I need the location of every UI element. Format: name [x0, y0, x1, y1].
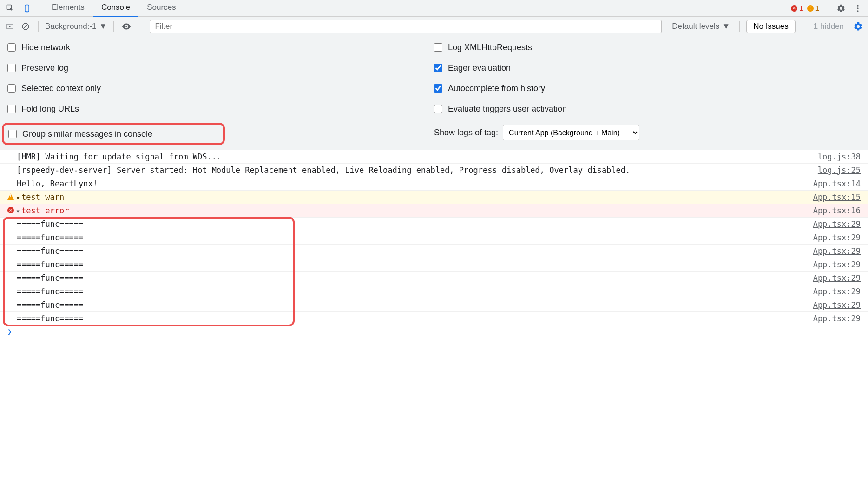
svg-marker-7 — [9, 25, 11, 27]
console-log-area: [HMR] Waiting for update signal from WDS… — [0, 150, 868, 338]
separator — [739, 21, 740, 32]
log-row-log: =====func=====App.tsx:29 — [0, 272, 868, 285]
error-icon — [7, 207, 14, 213]
log-message: =====func===== — [17, 300, 813, 310]
log-row-warn: test warnApp.tsx:15 — [0, 191, 868, 204]
log-message: test warn — [17, 192, 813, 202]
chevron-down-icon: ▼ — [99, 22, 107, 31]
log-source-link[interactable]: App.tsx:29 — [813, 287, 861, 296]
log-message: Hello, ReactLynx! — [17, 179, 813, 188]
console-toolbar: Background:-1 ▼ Default levels ▼ No Issu… — [0, 17, 868, 36]
log-source-link[interactable]: App.tsx:29 — [813, 300, 861, 310]
checkbox-label: Fold long URLs — [21, 104, 79, 114]
clear-console-icon[interactable] — [20, 20, 32, 33]
log-source-link[interactable]: App.tsx:29 — [813, 246, 861, 256]
checkbox-group-similar-messages-in-console[interactable] — [8, 130, 17, 138]
checkbox-label: Hide network — [21, 43, 70, 53]
log-message: =====func===== — [17, 260, 813, 269]
log-levels-selector[interactable]: Default levels ▼ — [669, 22, 733, 31]
checkbox-label: Group similar messages in console — [22, 129, 152, 139]
checkbox-label: Autocomplete from history — [448, 84, 545, 93]
console-settings-gear-icon[interactable] — [852, 20, 864, 33]
log-message: =====func===== — [17, 273, 813, 283]
tab-console[interactable]: Console — [93, 0, 138, 17]
tab-sources[interactable]: Sources — [138, 0, 184, 17]
log-message: [rspeedy-dev-server] Server started: Hot… — [17, 166, 818, 175]
checkbox-label: Evaluate triggers user activation — [448, 104, 567, 114]
log-row-log: =====func=====App.tsx:29 — [0, 218, 868, 231]
checkbox-fold-long-urls[interactable] — [7, 105, 16, 113]
checkbox-evaluate-triggers-user-activation[interactable] — [434, 105, 442, 113]
log-source-link[interactable]: App.tsx:29 — [813, 273, 861, 283]
separator — [802, 21, 802, 32]
show-console-sidebar-icon[interactable] — [4, 20, 16, 33]
tab-elements[interactable]: Elements — [43, 0, 93, 17]
log-message: =====func===== — [17, 233, 813, 242]
warning-count-badge[interactable]: !1 — [807, 4, 819, 12]
filter-input[interactable] — [150, 20, 662, 33]
console-prompt[interactable]: ❯ — [0, 325, 868, 338]
tag-filter-select[interactable]: Current App (Background + Main) — [503, 125, 639, 140]
log-message: =====func===== — [17, 219, 813, 229]
checkbox-label: Log XMLHttpRequests — [448, 43, 532, 53]
separator — [39, 4, 39, 13]
log-source-link[interactable]: App.tsx:29 — [813, 233, 861, 242]
chevron-down-icon: ▼ — [722, 22, 730, 31]
log-row-log: Hello, ReactLynx!App.tsx:14 — [0, 177, 868, 191]
more-icon[interactable] — [851, 2, 864, 15]
log-row-log: =====func=====App.tsx:29 — [0, 312, 868, 325]
checkbox-selected-context-only[interactable] — [7, 84, 16, 93]
log-source-link[interactable]: App.tsx:29 — [813, 314, 861, 323]
separator — [38, 21, 39, 32]
log-source-link[interactable]: App.tsx:16 — [813, 206, 861, 215]
log-message: =====func===== — [17, 287, 813, 296]
live-expression-icon[interactable] — [120, 20, 132, 33]
log-source-link[interactable]: App.tsx:29 — [813, 219, 861, 229]
context-selector[interactable]: Background:-1 ▼ — [45, 22, 107, 31]
inspect-icon[interactable] — [4, 2, 17, 15]
hidden-messages-label[interactable]: 1 hidden — [809, 22, 848, 31]
log-source-link[interactable]: log.js:25 — [818, 166, 861, 175]
separator — [113, 21, 114, 32]
svg-point-5 — [857, 10, 858, 12]
issues-button[interactable]: No Issues — [746, 20, 796, 33]
checkbox-eager-evaluation[interactable] — [434, 64, 442, 72]
separator — [829, 4, 829, 13]
devtools-tab-strip: ElementsConsoleSources ✕1 !1 — [0, 0, 868, 17]
log-source-link[interactable]: App.tsx:14 — [813, 179, 861, 188]
checkbox-log-xmlhttprequests[interactable] — [434, 43, 442, 52]
log-row-log: =====func=====App.tsx:29 — [0, 258, 868, 272]
checkbox-label: Eager evaluation — [448, 63, 511, 73]
expand-icon[interactable] — [16, 210, 21, 213]
log-row-log: [HMR] Waiting for update signal from WDS… — [0, 150, 868, 164]
log-row-log: [rspeedy-dev-server] Server started: Hot… — [0, 164, 868, 177]
log-row-log: =====func=====App.tsx:29 — [0, 231, 868, 245]
log-source-link[interactable]: App.tsx:15 — [813, 192, 861, 202]
checkbox-preserve-log[interactable] — [7, 64, 16, 72]
log-message: [HMR] Waiting for update signal from WDS… — [17, 152, 818, 161]
tag-filter-label: Show logs of tag: — [434, 128, 498, 138]
checkbox-label: Preserve log — [21, 63, 68, 73]
checkbox-hide-network[interactable] — [7, 43, 16, 52]
error-count-badge[interactable]: ✕1 — [791, 4, 803, 12]
expand-icon[interactable] — [16, 197, 21, 199]
svg-point-3 — [857, 5, 858, 6]
log-message: =====func===== — [17, 314, 813, 323]
svg-line-9 — [24, 24, 28, 28]
log-row-log: =====func=====App.tsx:29 — [0, 298, 868, 312]
separator — [139, 21, 139, 32]
device-icon[interactable] — [20, 2, 33, 15]
log-message: =====func===== — [17, 246, 813, 256]
log-row-error: test errorApp.tsx:16 — [0, 204, 868, 218]
log-source-link[interactable]: App.tsx:29 — [813, 260, 861, 269]
checkbox-label: Selected context only — [21, 84, 101, 93]
console-settings-panel: Hide networkPreserve logSelected context… — [0, 36, 868, 150]
log-row-log: =====func=====App.tsx:29 — [0, 285, 868, 298]
warning-icon — [7, 193, 14, 200]
svg-point-4 — [857, 7, 858, 9]
log-message: test error — [17, 206, 813, 215]
log-source-link[interactable]: log.js:38 — [818, 152, 861, 161]
checkbox-autocomplete-from-history[interactable] — [434, 84, 442, 93]
settings-gear-icon[interactable] — [835, 2, 848, 15]
log-row-log: =====func=====App.tsx:29 — [0, 245, 868, 258]
